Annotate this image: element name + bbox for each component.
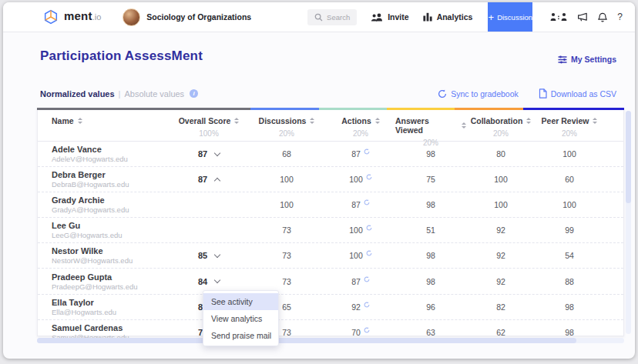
course-selector[interactable]: Sociology of Organizations: [123, 8, 251, 26]
table-header-row: Name Overall Score 100% Discussions 20% …: [38, 110, 623, 142]
student-name: Pradeep Gupta: [52, 272, 112, 282]
toolbar-links: Sync to gradebook Download as CSV: [418, 88, 616, 99]
logo-hexagon-icon: [43, 9, 59, 25]
column-label: Answers Viewed: [395, 116, 458, 135]
sort-icon[interactable]: [310, 118, 314, 124]
normalized-values-toggle[interactable]: Normalized values: [40, 89, 115, 99]
info-icon[interactable]: i: [190, 89, 198, 98]
strip-answers-viewed: [387, 108, 455, 110]
column-color-strip: [37, 108, 624, 110]
horizontal-scrollbar[interactable]: [37, 338, 624, 343]
sync-gradebook-button[interactable]: Sync to gradebook: [438, 89, 519, 99]
sort-icon[interactable]: [78, 118, 82, 124]
my-settings-label: My Settings: [571, 55, 616, 64]
search-input[interactable]: Search: [307, 9, 357, 25]
sort-icon[interactable]: [234, 118, 239, 124]
student-email: AdeleV@Hogwarts.edu: [52, 155, 128, 163]
peer-review-value: 88: [536, 269, 603, 293]
new-discussion-button[interactable]: + Discussion: [488, 2, 532, 32]
topbar-icon-cluster: ?: [540, 12, 623, 22]
overall-score-value: 87: [198, 149, 207, 159]
column-weight: 20%: [493, 129, 509, 138]
menu-item[interactable]: Send praise mail: [203, 327, 278, 344]
collaboration-value: 82: [466, 295, 536, 319]
collaboration-value: 100: [466, 192, 536, 217]
peer-review-value: 60: [536, 167, 603, 192]
notifications-bell-icon[interactable]: [598, 12, 607, 22]
table-row[interactable]: Ella Taylor Ella@Hogwarts.edu 87 65 92 9…: [38, 294, 623, 319]
my-settings-button[interactable]: My Settings: [558, 55, 616, 64]
sort-icon[interactable]: [526, 118, 531, 124]
sort-icon[interactable]: [375, 118, 380, 124]
invite-button[interactable]: Invite: [371, 12, 408, 22]
table-row[interactable]: Debra Berger DebraB@Hogwarts.edu 87 100 …: [38, 166, 623, 192]
refresh-icon: [366, 250, 372, 256]
matching-people-icon[interactable]: [550, 12, 567, 22]
strip-actions: [319, 108, 387, 110]
table-row[interactable]: Nestor Wilke NestorW@Hogwarts.edu 85 73 …: [38, 242, 623, 268]
overall-score-toggle[interactable]: 85: [198, 251, 220, 260]
answers-viewed-value: 75: [395, 167, 466, 192]
search-placeholder: Search: [327, 13, 350, 22]
student-email: Ella@Hogwarts.edu: [52, 308, 116, 316]
overall-score-value: 84: [198, 277, 207, 286]
actions-value: 87: [351, 200, 361, 209]
participation-table: Name Overall Score 100% Discussions 20% …: [37, 108, 624, 336]
refresh-icon: [364, 199, 370, 205]
column-weight: 100%: [199, 129, 219, 138]
absolute-values-toggle[interactable]: Absolute values: [124, 89, 184, 99]
student-name: Samuel Cardenas: [52, 323, 123, 333]
analytics-button[interactable]: Analytics: [423, 12, 473, 22]
column-weight: 20%: [562, 129, 577, 138]
chevron-down-icon: [214, 149, 220, 155]
answers-viewed-value: 98: [395, 269, 466, 293]
student-name: Debra Berger: [52, 170, 106, 180]
top-navigation-bar: ment.io Sociology of Organizations Searc…: [3, 2, 635, 32]
answers-viewed-value: 96: [395, 295, 466, 319]
discussions-value: 73: [247, 218, 326, 242]
download-csv-button[interactable]: Download as CSV: [539, 88, 616, 99]
vertical-scrollbar-thumb[interactable]: [626, 111, 631, 203]
refresh-icon: [366, 174, 372, 180]
column-weight: 20%: [279, 129, 294, 138]
student-email: PradeepG@Hogwarts.edu: [52, 282, 138, 291]
table-row[interactable]: Lee Gu LeeG@Hogwarts.edu 73 100 51 92 99: [38, 217, 623, 242]
student-email: NestorW@Hogwarts.edu: [52, 256, 133, 265]
refresh-icon: [364, 327, 370, 333]
csv-file-icon: [539, 88, 547, 99]
overall-score-toggle[interactable]: 87: [198, 149, 220, 159]
actions-value: 87: [351, 277, 361, 286]
sort-icon[interactable]: [593, 118, 597, 124]
sync-refresh-icon: [438, 89, 447, 99]
overall-score-value: 87: [198, 175, 207, 184]
column-label: Overall Score: [179, 116, 231, 125]
menu-item[interactable]: View analytics: [203, 310, 278, 327]
collaboration-value: 80: [466, 142, 536, 166]
table-row[interactable]: Adele Vance AdeleV@Hogwarts.edu 87 68 87…: [38, 142, 623, 166]
discussion-label: Discussion: [497, 13, 532, 22]
peer-review-value: 54: [536, 243, 603, 268]
actions-value: 92: [351, 302, 361, 312]
table-row[interactable]: Pradeep Gupta PradeepG@Hogwarts.edu 84 7…: [38, 268, 623, 293]
vertical-scrollbar[interactable]: [626, 111, 631, 334]
menu-item[interactable]: See activity: [203, 293, 278, 310]
help-button[interactable]: ?: [617, 12, 623, 22]
student-email: DebraB@Hogwarts.edu: [52, 180, 129, 189]
logo-suffix: .io: [92, 12, 102, 22]
collaboration-value: 92: [466, 269, 536, 293]
plus-icon: +: [489, 12, 495, 23]
table-row[interactable]: Grady Archie GradyA@Hogwarts.edu 100 87 …: [38, 192, 623, 217]
chevron-down-icon: [214, 252, 220, 258]
ment-io-logo[interactable]: ment.io: [43, 9, 101, 25]
horizontal-scrollbar-thumb[interactable]: [37, 338, 576, 343]
collaboration-value: 92: [466, 243, 536, 268]
refresh-icon: [364, 149, 370, 155]
actions-value: 70: [351, 328, 361, 337]
overall-score-toggle[interactable]: 84: [198, 277, 220, 286]
peer-review-value: 99: [536, 218, 603, 242]
megaphone-icon[interactable]: [577, 12, 588, 22]
overall-score-toggle[interactable]: 87: [198, 175, 220, 184]
peer-review-value: 98: [536, 295, 603, 319]
column-label: Actions: [341, 116, 371, 125]
course-name: Sociology of Organizations: [146, 12, 251, 22]
